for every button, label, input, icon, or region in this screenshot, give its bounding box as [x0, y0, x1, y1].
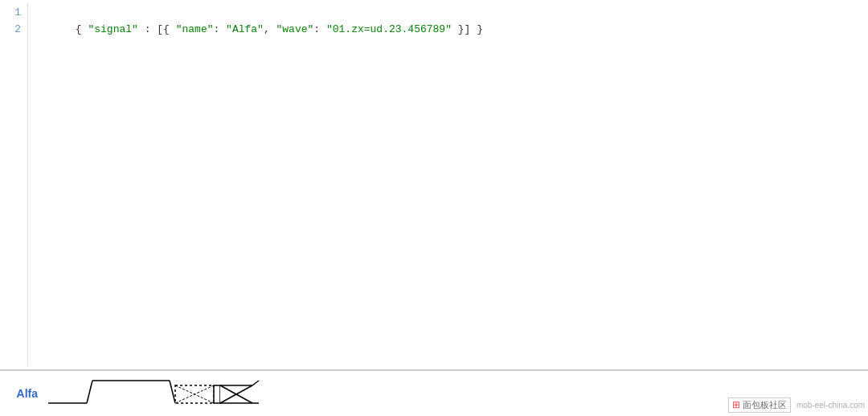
svg-line-1: [87, 381, 92, 403]
watermark: ⊞ 面包板社区 mob-eel-china.com: [728, 397, 865, 413]
watermark-url: mob-eel-china.com: [796, 401, 865, 410]
watermark-icon: ⊞: [732, 399, 740, 410]
token: {: [163, 23, 176, 35]
line-number-1: 1: [6, 5, 21, 22]
code-content[interactable]: { "signal" : [{ "name": "Alfa", "wave": …: [28, 3, 868, 366]
code-line-1: { "signal" : [{ "name": "Alfa", "wave": …: [38, 5, 858, 55]
token: ,: [264, 23, 276, 35]
code-editor[interactable]: 1 2 { "signal" : [{ "name": "Alfa", "wav…: [0, 0, 868, 370]
token: [: [157, 23, 163, 35]
token-name-val: "Alfa": [226, 23, 264, 35]
code-line-2: [38, 55, 858, 72]
svg-line-4: [170, 381, 175, 403]
svg-line-14: [252, 381, 259, 385]
token-name-key: "name": [176, 23, 214, 35]
token-signal-key: "signal": [88, 23, 137, 35]
line-numbers: 1 2: [0, 3, 28, 366]
token-wave-key: "wave": [276, 23, 314, 35]
svg-marker-8: [214, 385, 220, 403]
token: {: [76, 23, 88, 35]
token: }: [452, 23, 465, 35]
watermark-text: ⊞ 面包板社区: [728, 397, 791, 413]
token: :: [313, 23, 326, 35]
token: }: [470, 23, 483, 35]
watermark-label: 面包板社区: [743, 400, 787, 410]
token: :: [213, 23, 226, 35]
signal-label: Alfa: [0, 387, 44, 400]
token: :: [138, 23, 157, 35]
token-wave-val: "01.zx=ud.23.456789": [326, 23, 452, 35]
line-number-2: 2: [6, 22, 21, 39]
